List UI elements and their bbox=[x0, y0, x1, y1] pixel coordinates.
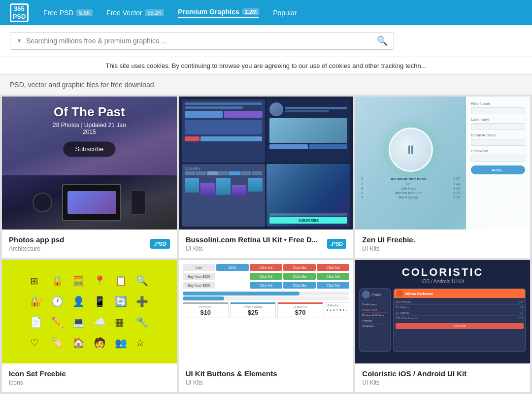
dropdown-arrow-icon[interactable]: ▼ bbox=[16, 37, 22, 44]
card-coloristic-title: Coloristic iOS / Android UI Kit bbox=[362, 369, 466, 378]
clipboard-icon: 📋 bbox=[115, 275, 127, 287]
subtitle-text: PSD, vector and graphic files for free d… bbox=[10, 81, 156, 89]
people-icon: 👥 bbox=[115, 337, 127, 349]
card-icon-set-image: ⊞ 🔒 🧮 📍 📋 🔍 🔐 🕐 👤 📱 🔄 ➕ 📄 ✏️ 💻 ☁️ bbox=[2, 260, 177, 363]
pencil-icon: ✏️ bbox=[51, 316, 64, 328]
page-subtitle: PSD, vector and graphic files for free d… bbox=[0, 75, 532, 95]
home-icon: 🏠 bbox=[72, 337, 85, 349]
card1-overlay-title: Of The Past bbox=[46, 104, 133, 120]
nav-premium-graphics-label: Premium Graphics bbox=[178, 8, 239, 16]
card-photos-app-info: Photos app psd Architecture .PSD bbox=[2, 230, 177, 258]
calc-icon: 🧮 bbox=[72, 275, 85, 287]
card-bussolini-title: Bussolini.com Retina UI Kit • Free D... bbox=[186, 235, 318, 244]
subscribe-button[interactable]: Subscribe bbox=[63, 141, 115, 157]
card-ui-kit-info: UI Kit Buttons & Elements UI Kits bbox=[179, 363, 354, 392]
star-icon: ☆ bbox=[136, 337, 148, 349]
card-bussolini-badge: .PSD bbox=[327, 239, 347, 249]
card-photos-app-image: Of The Past 28 Photos | Updated 21 Jan 2… bbox=[2, 97, 177, 230]
nav-free-vector-label: Free Vector bbox=[106, 9, 142, 17]
nav-premium-graphics-badge: 1.2M bbox=[242, 8, 259, 15]
logo-line1: 365 bbox=[14, 5, 25, 12]
main-nav: Free PSD 5.6K Free Vector 55.2K Premium … bbox=[43, 8, 297, 18]
nav-free-psd-label: Free PSD bbox=[43, 9, 73, 17]
logo-line2: PSD bbox=[13, 13, 26, 20]
search-input-wrap: ▼ 🔍 bbox=[10, 32, 394, 50]
card-zen-ui-title: Zen Ui Freebie. bbox=[362, 235, 415, 244]
refresh-icon: 🔄 bbox=[115, 296, 127, 307]
card-photos-app-title: Photos app psd bbox=[9, 235, 65, 244]
person-icon: 🧑 bbox=[94, 337, 106, 349]
card-icon-set-category: Icons bbox=[9, 379, 66, 386]
user-icon: 👤 bbox=[72, 296, 85, 307]
nav-popular-label: Popular bbox=[273, 9, 297, 17]
card-coloristic-category: UI Kits bbox=[362, 379, 466, 386]
header: 365 PSD Free PSD 5.6K Free Vector 55.2K … bbox=[0, 0, 532, 25]
clock-icon: 🕐 bbox=[51, 296, 64, 307]
card-coloristic[interactable]: COLORISTIC iOS / Android UI Kit Profile … bbox=[355, 260, 530, 392]
grid-icon: ⊞ bbox=[30, 275, 42, 287]
search-input[interactable] bbox=[26, 37, 373, 45]
card-ui-kit-category: UI Kits bbox=[186, 379, 277, 386]
card-zen-ui-info: Zen Ui Freebie. UI Kits bbox=[355, 230, 530, 258]
logo[interactable]: 365 PSD bbox=[10, 3, 29, 22]
card-icon-set-info: Icon Set Freebie Icons bbox=[2, 363, 177, 392]
wrench-icon: 🔧 bbox=[136, 316, 148, 328]
nav-free-psd-badge: 5.6K bbox=[76, 9, 93, 16]
search-icon2: 🔍 bbox=[136, 275, 148, 287]
nav-premium-graphics[interactable]: Premium Graphics 1.2M bbox=[178, 8, 259, 18]
mobile-icon: 📱 bbox=[94, 296, 106, 307]
card-coloristic-info: Coloristic iOS / Android UI Kit UI Kits bbox=[355, 363, 530, 392]
card-ui-kit-title: UI Kit Buttons & Elements bbox=[186, 369, 277, 378]
nav-free-psd[interactable]: Free PSD 5.6K bbox=[43, 9, 93, 17]
card-bussolini-category: UI Kits bbox=[186, 245, 318, 252]
cookie-banner-text: This site uses cookies. By continuing to… bbox=[105, 62, 426, 69]
card-zen-ui[interactable]: ⏸ 1All about that bass5:27 2UP3:44 3Like… bbox=[355, 97, 530, 258]
search-bar: ▼ 🔍 bbox=[0, 25, 532, 57]
nav-popular[interactable]: Popular bbox=[273, 9, 297, 17]
card-photos-app[interactable]: Of The Past 28 Photos | Updated 21 Jan 2… bbox=[2, 97, 177, 258]
card-icon-set[interactable]: ⊞ 🔒 🧮 📍 📋 🔍 🔐 🕐 👤 📱 🔄 ➕ 📄 ✏️ 💻 ☁️ bbox=[2, 260, 177, 392]
card-ui-kit[interactable]: Cart $100 Click Me Click Me Click Me Buy… bbox=[179, 260, 354, 392]
grid2-icon: ▦ bbox=[115, 316, 127, 328]
location-icon: 📍 bbox=[94, 275, 106, 287]
card-bussolini[interactable]: JANUARY bbox=[179, 97, 354, 258]
card-photos-app-category: Architecture bbox=[9, 245, 65, 252]
coloristic-subtitle: iOS / Android UI Kit bbox=[355, 279, 530, 284]
laptop-icon: 💻 bbox=[72, 316, 85, 328]
card-photos-app-badge: .PSD bbox=[150, 239, 170, 249]
plus-box-icon: ➕ bbox=[136, 296, 148, 307]
lock-icon: 🔒 bbox=[51, 275, 64, 287]
card-zen-ui-image: ⏸ 1All about that bass5:27 2UP3:44 3Like… bbox=[355, 97, 530, 230]
search-icon[interactable]: 🔍 bbox=[377, 35, 388, 46]
cookie-banner: This site uses cookies. By continuing to… bbox=[0, 57, 532, 75]
card-zen-ui-category: UI Kits bbox=[362, 245, 415, 252]
card1-overlay-sub: 28 Photos | Updated 21 Jan 2015 bbox=[46, 122, 133, 135]
logo-box: 365 PSD bbox=[10, 3, 29, 22]
nav-free-vector[interactable]: Free Vector 55.2K bbox=[106, 9, 164, 17]
lock2-icon: 🔐 bbox=[30, 296, 42, 307]
card-coloristic-image: COLORISTIC iOS / Android UI Kit Profile … bbox=[355, 260, 530, 363]
doc-icon: 📄 bbox=[30, 316, 42, 328]
card-ui-kit-image: Cart $100 Click Me Click Me Click Me Buy… bbox=[179, 260, 354, 363]
cards-grid: Of The Past 28 Photos | Updated 21 Jan 2… bbox=[0, 95, 532, 394]
card-icon-set-title: Icon Set Freebie bbox=[9, 369, 66, 378]
card-bussolini-image: JANUARY bbox=[179, 97, 354, 230]
card-bussolini-info: Bussolini.com Retina UI Kit • Free D... … bbox=[179, 230, 354, 258]
coloristic-title: COLORISTIC bbox=[355, 266, 530, 279]
nav-free-vector-badge: 55.2K bbox=[145, 9, 164, 16]
tag-icon: 🏷️ bbox=[51, 337, 64, 349]
heart-icon: ♡ bbox=[30, 337, 42, 349]
cloud-icon: ☁️ bbox=[94, 316, 106, 328]
